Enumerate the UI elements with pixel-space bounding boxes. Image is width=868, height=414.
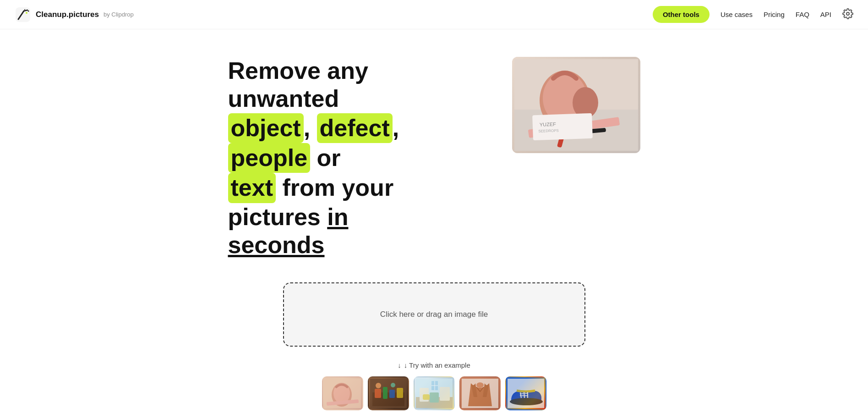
hero-title: Remove any unwanted object, defect, peop… — [228, 57, 485, 259]
svg-rect-25 — [383, 387, 388, 399]
comma2: , — [393, 115, 399, 141]
example-thumb-1[interactable] — [322, 376, 363, 410]
example-thumb-5[interactable] — [505, 376, 546, 410]
svg-line-46 — [520, 393, 528, 394]
pricing-link[interactable]: Pricing — [764, 11, 785, 18]
hero-img-svg: YUZEF SEEDROPS — [514, 59, 638, 151]
try-example-text: ↓ Try with an example — [404, 361, 470, 369]
arrow-down-icon: ↓ — [398, 361, 401, 369]
svg-point-3 — [26, 12, 27, 14]
hero-in: in — [327, 204, 348, 230]
example-thumb-2[interactable] — [368, 376, 409, 410]
svg-point-5 — [24, 9, 25, 10]
nav-brand: Cleanup.pictures by Clipdrop — [15, 6, 134, 23]
logo-icon — [15, 6, 31, 23]
try-example-section: ↓ ↓ Try with an example — [322, 361, 546, 410]
svg-line-44 — [524, 392, 524, 398]
svg-rect-38 — [423, 394, 430, 400]
try-example-label: ↓ ↓ Try with an example — [398, 361, 470, 369]
hero-section: Remove any unwanted object, defect, peop… — [159, 57, 709, 259]
brand-name: Cleanup.pictures — [36, 10, 99, 19]
svg-text:SEEDROPS: SEEDROPS — [538, 128, 559, 133]
svg-rect-24 — [375, 389, 381, 398]
svg-point-4 — [28, 10, 29, 11]
settings-icon[interactable] — [842, 8, 853, 21]
svg-point-28 — [376, 383, 381, 388]
main-content: Remove any unwanted object, defect, peop… — [0, 29, 868, 414]
navbar: Cleanup.pictures by Clipdrop Other tools… — [0, 0, 868, 29]
hero-img-bg: YUZEF SEEDROPS — [512, 57, 640, 153]
svg-text:YUZEF: YUZEF — [539, 121, 556, 127]
dropzone-container: Click here or drag an image file — [283, 282, 585, 347]
dropzone[interactable]: Click here or drag an image file — [283, 282, 585, 347]
svg-rect-26 — [389, 390, 395, 398]
highlight-text: text — [228, 173, 276, 203]
api-link[interactable]: API — [820, 11, 831, 18]
hero-text: Remove any unwanted object, defect, peop… — [228, 57, 485, 259]
example-thumbnails — [322, 376, 546, 410]
svg-point-40 — [476, 382, 484, 388]
svg-point-6 — [846, 12, 849, 15]
svg-rect-33 — [440, 387, 450, 401]
highlight-defect: defect — [317, 113, 393, 143]
highlight-object: object — [228, 113, 304, 143]
comma1: , — [304, 115, 310, 141]
example-thumb-3[interactable] — [414, 376, 455, 410]
nav-links: Other tools Use cases Pricing FAQ API — [653, 6, 853, 23]
svg-point-29 — [391, 383, 395, 387]
or-text: or — [317, 144, 341, 171]
brand-by: by Clipdrop — [104, 11, 134, 18]
highlight-people: people — [228, 143, 311, 173]
svg-point-42 — [510, 398, 543, 405]
dropzone-label: Click here or drag an image file — [380, 310, 488, 319]
example-thumb-4[interactable] — [459, 376, 501, 410]
svg-rect-27 — [397, 388, 403, 398]
hero-seconds: seconds — [228, 232, 325, 258]
faq-link[interactable]: FAQ — [796, 11, 809, 18]
other-tools-button[interactable]: Other tools — [653, 6, 710, 23]
hero-line1: Remove any unwanted — [228, 57, 368, 112]
use-cases-link[interactable]: Use cases — [721, 11, 753, 18]
hero-image: YUZEF SEEDROPS — [512, 57, 640, 153]
svg-rect-0 — [16, 7, 30, 22]
svg-rect-34 — [430, 392, 439, 403]
